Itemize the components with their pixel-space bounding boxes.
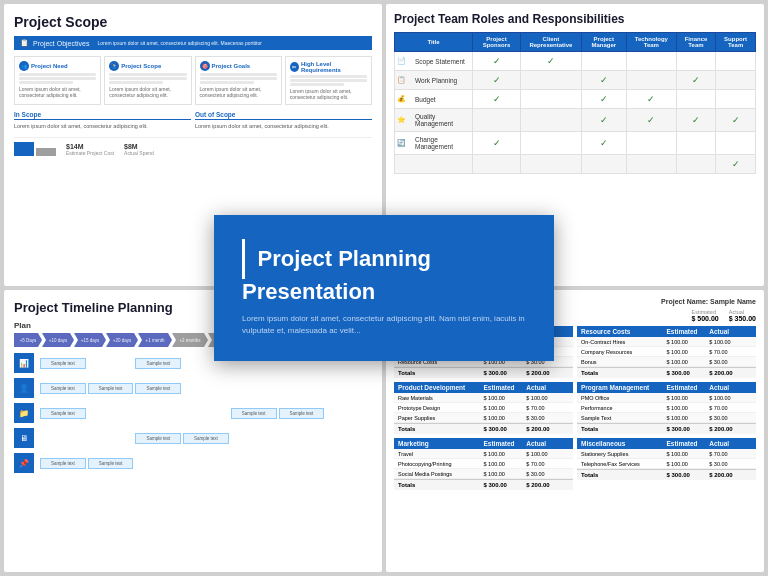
timeline-cell: [88, 358, 134, 369]
check-icon: ✓: [493, 94, 501, 104]
col-title: Title: [395, 33, 473, 52]
timeline-cell: [326, 408, 372, 419]
row-icon: ⭐: [397, 116, 406, 124]
step-5: +1 month: [138, 333, 172, 347]
check-icon: ✓: [692, 115, 700, 125]
timeline-cell: [326, 383, 372, 394]
req-icon: ✂: [290, 62, 299, 72]
row-icon: 📋: [397, 76, 406, 84]
timeline-cell: Sample text: [135, 433, 181, 444]
in-scope-section: In Scope Lorem ipsum dolor sit amet, con…: [14, 111, 191, 131]
row-icon-5: 📌: [14, 453, 34, 473]
scope-sections: In Scope Lorem ipsum dolor sit amet, con…: [14, 111, 372, 131]
list-item: 📁 Sample text Sample text Sample text: [14, 403, 372, 423]
row-icon: 💰: [397, 95, 406, 103]
scope-icon: 🔭: [109, 61, 119, 71]
goals-label: Project Goals: [212, 63, 251, 69]
timeline-cell: Sample text: [231, 408, 277, 419]
actual-bar: [36, 148, 56, 156]
in-scope-text: Lorem ipsum dolor sit amet, consectetur …: [14, 123, 191, 131]
scope-card-need: 👥 Project Need Lorem ipsum dolor sit ame…: [14, 56, 101, 105]
col-tech: Technology Team: [626, 33, 676, 52]
cost-actual: $8M Actual Spend: [124, 143, 154, 156]
out-scope-text: Lorem ipsum dolor sit amet, consectetur …: [195, 123, 372, 131]
est-total: $ 500.00: [692, 315, 719, 322]
table-row: 📋Work Planning ✓ ✓ ✓: [395, 71, 756, 90]
scope-cards: 👥 Project Need Lorem ipsum dolor sit ame…: [14, 56, 372, 105]
check-icon: ✓: [600, 115, 608, 125]
table-row: 📄Scope Statement ✓ ✓: [395, 52, 756, 71]
timeline-cell: [88, 408, 134, 419]
estimate-value: $14M: [66, 143, 114, 150]
check-icon: ✓: [600, 75, 608, 85]
row-icon-3: 📁: [14, 403, 34, 423]
col-client: Client Representative: [521, 33, 582, 52]
actual-value: $8M: [124, 143, 154, 150]
timeline-cell: [326, 433, 372, 444]
row-icon: 🔄: [397, 139, 406, 147]
check-icon: ✓: [732, 159, 740, 169]
actual-label: Actual Spend: [124, 150, 154, 156]
list-item: Resource Costs Estimated Actual On-Contr…: [577, 326, 756, 378]
timeline-cell: Sample text: [135, 383, 181, 394]
timeline-cell: [231, 433, 277, 444]
timeline-cell: [135, 408, 181, 419]
req-label: High Level Requirements: [301, 61, 367, 73]
scope-card-scope: 🔭 Project Scope Lorem ipsum dolor sit am…: [104, 56, 191, 105]
check-icon: ✓: [493, 56, 501, 66]
act-total: $ 350.00: [729, 315, 756, 322]
table-row: 🔄Change Management ✓ ✓: [395, 132, 756, 155]
col-finance: Finance Team: [676, 33, 715, 52]
center-overlay: Project Planning Presentation Lorem ipsu…: [214, 215, 554, 361]
scope-card-goals: 🎯 Project Goals Lorem ipsum dolor sit am…: [195, 56, 282, 105]
check-icon: ✓: [732, 115, 740, 125]
step-1: +5 Days: [14, 333, 42, 347]
list-item: Marketing Estimated Actual Travel$ 100.0…: [394, 438, 573, 490]
timeline-cell: [279, 433, 325, 444]
row-icon-4: 🖥: [14, 428, 34, 448]
scope-title: Project Scope: [14, 14, 372, 30]
estimated-bar: [14, 142, 34, 156]
out-scope-section: Out of Scope Lorem ipsum dolor sit amet,…: [195, 111, 372, 131]
project-name-value: Sample Name: [710, 298, 756, 305]
timeline-cell: [279, 458, 325, 469]
list-item: Miscellaneous Estimated Actual Stationer…: [577, 438, 756, 490]
estimate-label: Estimate Project Cost: [66, 150, 114, 156]
timeline-cell: [183, 383, 229, 394]
overlay-title: Project Planning Presentation: [242, 246, 431, 304]
step-2: +10 days: [42, 333, 74, 347]
timeline-cell: Sample text: [40, 358, 86, 369]
goals-icon: 🎯: [200, 61, 210, 71]
check-icon: ✓: [493, 75, 501, 85]
project-name: Project Name: Sample Name: [661, 298, 756, 305]
objectives-icon: 📋: [20, 39, 29, 47]
col-manager: Project Manager: [581, 33, 626, 52]
row-icon-1: 📊: [14, 353, 34, 373]
step-3: +15 days: [74, 333, 106, 347]
cost-chart: [14, 142, 56, 156]
timeline-cell: [88, 433, 134, 444]
timeline-cell: [326, 458, 372, 469]
step-4: +20 days: [106, 333, 138, 347]
col-support: Support Team: [716, 33, 756, 52]
objectives-label: Project Objectives: [33, 40, 89, 47]
overlay-subtitle: Lorem ipsum dolor sit amet, consectetur …: [242, 313, 526, 337]
row-icon: 📄: [397, 57, 406, 65]
list-item: 👤 Sample text Sample text Sample text: [14, 378, 372, 398]
roles-title: Project Team Roles and Responsibilities: [394, 12, 756, 26]
timeline-cell: [135, 458, 181, 469]
table-row: 💰Budget ✓ ✓ ✓: [395, 90, 756, 109]
timeline-cell: Sample text: [135, 358, 181, 369]
check-icon: ✓: [692, 75, 700, 85]
cost-estimate: $14M Estimate Project Cost: [66, 143, 114, 156]
check-icon: ✓: [647, 94, 655, 104]
objectives-bar: 📋 Project Objectives Lorem ipsum dolor s…: [14, 36, 372, 50]
list-item: 🖥 Sample text Sample text: [14, 428, 372, 448]
out-scope-title: Out of Scope: [195, 111, 372, 120]
in-scope-title: In Scope: [14, 111, 191, 120]
timeline-cell: [183, 458, 229, 469]
check-icon: ✓: [600, 138, 608, 148]
list-item: 📌 Sample text Sample text: [14, 453, 372, 473]
col-sponsors: Project Sponsors: [473, 33, 521, 52]
timeline-cell: Sample text: [88, 383, 134, 394]
